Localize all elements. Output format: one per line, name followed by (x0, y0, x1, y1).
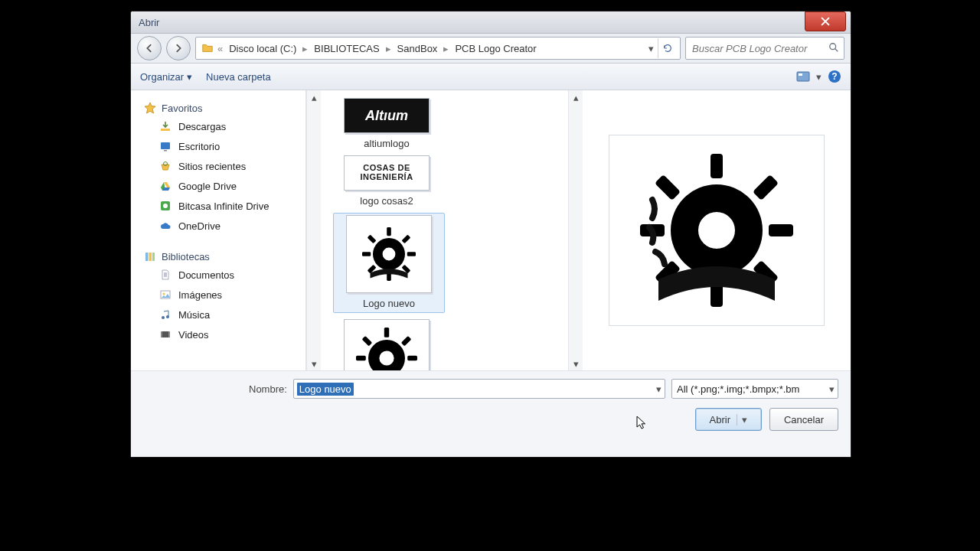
svg-rect-28 (168, 331, 170, 337)
file-label: Logo nuevo (363, 298, 415, 309)
search-box[interactable] (685, 37, 844, 60)
folder-icon (201, 41, 214, 55)
svg-rect-20 (149, 253, 152, 261)
address-dropdown[interactable]: ▾ (644, 40, 658, 57)
sidebar-item-recent[interactable]: Sitios recientes (139, 156, 302, 176)
refresh-button[interactable] (658, 38, 677, 58)
breadcrumb[interactable]: PCB Logo Creator (450, 43, 541, 54)
open-file-dialog: Abrir « Disco local (C:) ▸ BIBLIOTECAS ▸… (130, 11, 851, 458)
filename-input[interactable]: Logo nuevo ▾ (293, 379, 665, 399)
thumbnail: Altıum (344, 98, 430, 133)
svg-rect-15 (164, 150, 167, 152)
svg-point-25 (166, 315, 169, 318)
chevron-icon: « (216, 43, 224, 54)
libraries-icon (143, 249, 157, 263)
chevron-down-icon[interactable]: ▾ (737, 414, 747, 425)
chevron-right-icon[interactable]: ▸ (301, 43, 309, 54)
cancel-button[interactable]: Cancelar (769, 408, 838, 431)
arrow-left-icon (144, 43, 155, 54)
search-icon (828, 42, 839, 55)
file-item-selected[interactable]: Logo nuevo (333, 213, 445, 313)
arrow-right-icon (173, 43, 184, 54)
chevron-down-icon[interactable]: ▾ (829, 383, 835, 395)
window-title: Abrir (139, 17, 159, 28)
footer: Nombre: Logo nuevo ▾ All (*.png;*.img;*.… (131, 370, 851, 457)
sidebar-item-desktop[interactable]: Escritorio (139, 136, 302, 156)
svg-rect-13 (161, 129, 170, 131)
svg-rect-9 (797, 72, 809, 81)
thumbnail (344, 319, 430, 370)
bitcasa-icon (158, 199, 172, 213)
svg-point-24 (162, 316, 165, 319)
scroll-up-icon[interactable]: ▴ (569, 90, 583, 104)
thumbnail: COSAS DEINGENIERÍA (344, 155, 430, 191)
back-button[interactable] (137, 36, 162, 60)
scroll-down-icon[interactable]: ▾ (569, 357, 583, 370)
address-bar[interactable]: « Disco local (C:) ▸ BIBLIOTECAS ▸ SandB… (195, 37, 681, 60)
sidebar-item-gdrive[interactable]: Google Drive (139, 176, 302, 196)
view-button[interactable] (796, 70, 810, 83)
chevron-right-icon[interactable]: ▸ (384, 43, 393, 54)
filetype-select[interactable]: All (*.png;*.img;*.bmpx;*.bm ▾ (671, 379, 838, 399)
open-button[interactable]: Abrir▾ (695, 408, 762, 431)
svg-rect-19 (145, 253, 149, 261)
gdrive-icon (158, 179, 172, 193)
svg-rect-10 (799, 73, 802, 76)
svg-point-18 (163, 204, 168, 208)
sidebar: Favoritos Descargas Escritorio Sitios re… (131, 90, 306, 370)
title-bar[interactable]: Abrir (131, 11, 851, 34)
sidebar-favorites-header[interactable]: Favoritos (143, 101, 302, 115)
sidebar-item-images[interactable]: Imágenes (139, 285, 302, 305)
sidebar-libraries-header[interactable]: Bibliotecas (143, 249, 302, 263)
scroll-down-icon[interactable]: ▾ (307, 357, 321, 370)
close-button[interactable] (805, 11, 846, 31)
sidebar-item-bitcasa[interactable]: Bitcasa Infinite Drive (139, 196, 302, 216)
filename-label: Nombre: (249, 383, 287, 395)
sidebar-item-videos[interactable]: Videos (139, 324, 302, 344)
svg-rect-27 (161, 331, 162, 337)
sidebar-item-onedrive[interactable]: OneDrive (139, 216, 302, 236)
file-label: logo cosas2 (360, 195, 413, 207)
file-list[interactable]: Altıum altiumlogo COSAS DEINGENIERÍA log… (321, 90, 568, 370)
breadcrumb[interactable]: SandBox (393, 43, 443, 54)
nav-row: « Disco local (C:) ▸ BIBLIOTECAS ▸ SandB… (131, 34, 851, 64)
preview-pane (583, 90, 851, 370)
chevron-down-icon: ▾ (187, 71, 192, 83)
thumbnail (346, 215, 432, 293)
sidebar-item-documents[interactable]: Documentos (139, 265, 302, 285)
sidebar-item-music[interactable]: Música (139, 305, 302, 324)
image-icon (158, 288, 172, 302)
svg-rect-21 (152, 253, 155, 261)
chevron-right-icon[interactable]: ▸ (442, 43, 450, 54)
forward-button[interactable] (166, 36, 191, 60)
view-dropdown[interactable]: ▾ (816, 71, 822, 83)
chevron-down-icon[interactable]: ▾ (656, 383, 662, 395)
search-input[interactable] (691, 42, 839, 55)
sidebar-scrollbar[interactable]: ▴▾ (306, 90, 321, 370)
desktop-icon (158, 139, 172, 153)
recent-icon (158, 159, 172, 173)
svg-rect-14 (161, 142, 170, 149)
scroll-up-icon[interactable]: ▴ (307, 90, 321, 104)
preview-image (609, 135, 825, 326)
music-icon (158, 308, 172, 321)
filename-value: Logo nuevo (297, 383, 354, 396)
file-item[interactable]: logocosas3 (333, 319, 440, 370)
document-icon (158, 268, 172, 282)
new-folder-button[interactable]: Nueva carpeta (206, 71, 271, 83)
breadcrumb[interactable]: Disco local (C:) (224, 43, 301, 54)
download-icon (158, 119, 172, 133)
breadcrumb[interactable]: BIBLIOTECAS (309, 43, 384, 54)
star-icon (143, 101, 157, 115)
svg-point-8 (830, 43, 836, 49)
sidebar-item-downloads[interactable]: Descargas (139, 116, 302, 136)
help-button[interactable]: ? (828, 70, 841, 83)
organize-menu[interactable]: Organizar ▾ (140, 71, 192, 83)
toolbar: Organizar ▾ Nueva carpeta ▾ ? (131, 64, 851, 90)
list-scrollbar[interactable]: ▴▾ (568, 90, 583, 370)
close-icon (820, 16, 831, 27)
file-item[interactable]: Altıum altiumlogo (333, 98, 440, 149)
file-label: altiumlogo (364, 138, 409, 149)
file-item[interactable]: COSAS DEINGENIERÍA logo cosas2 (333, 155, 440, 207)
refresh-icon (662, 43, 673, 54)
